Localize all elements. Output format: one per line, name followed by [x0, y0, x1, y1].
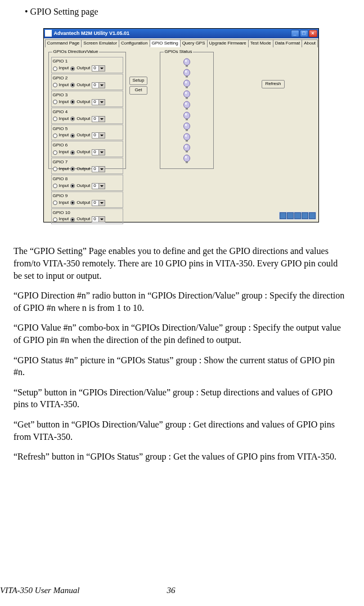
value-combo[interactable]: 0: [92, 200, 105, 206]
value-combo[interactable]: 0: [92, 149, 105, 155]
radio-output[interactable]: [70, 117, 75, 121]
radio-output-label: Output: [77, 65, 90, 72]
gpio-label: GPIO 8: [53, 176, 122, 182]
svg-rect-11: [186, 97, 188, 99]
chevron-down-icon: [98, 184, 105, 189]
value-combo[interactable]: 0: [92, 166, 105, 172]
chevron-down-icon: [98, 117, 105, 122]
svg-point-1: [185, 60, 187, 62]
svg-point-27: [183, 155, 190, 162]
radio-input-label: Input: [59, 149, 69, 155]
radio-input[interactable]: [53, 66, 57, 71]
radio-output[interactable]: [70, 133, 75, 138]
radio-input[interactable]: [53, 83, 57, 87]
gpio-label: GPIO 7: [53, 159, 122, 166]
svg-point-13: [185, 103, 187, 105]
radio-input-label: Input: [59, 65, 69, 72]
minimize-button[interactable]: _: [291, 30, 299, 37]
tab-data-format[interactable]: Data Format: [273, 39, 302, 48]
radio-output[interactable]: [70, 66, 75, 71]
side-buttons: Setup Get: [129, 77, 148, 95]
section-heading: • GPIO Setting page: [25, 6, 348, 18]
svg-point-4: [185, 70, 187, 73]
gpio-label: GPIO 6: [53, 142, 122, 149]
tab-command-page[interactable]: Command Page: [45, 39, 82, 48]
paragraph: “Setup” button in “GPIOs Direction/Value…: [14, 386, 348, 411]
titlebar: Advantech M2M Utility V1.05.01 _ □ ×: [44, 29, 318, 38]
tab-screen-emulator[interactable]: Screen Emulator: [81, 39, 119, 48]
chevron-down-icon: [98, 200, 105, 206]
chevron-down-icon: [98, 150, 105, 155]
radio-input[interactable]: [53, 133, 57, 138]
radio-input[interactable]: [53, 184, 57, 188]
radio-input-label: Input: [59, 200, 69, 206]
tab-configuration[interactable]: Configuration: [119, 39, 150, 48]
get-button[interactable]: Get: [129, 86, 148, 95]
svg-point-28: [185, 156, 187, 158]
radio-input[interactable]: [53, 200, 57, 205]
tab-about[interactable]: About: [302, 39, 318, 48]
gpio-row: GPIO 2InputOutput0: [51, 74, 123, 90]
svg-point-16: [185, 113, 187, 115]
value-combo[interactable]: 0: [92, 132, 105, 139]
svg-rect-17: [186, 119, 188, 121]
refresh-button[interactable]: Refresh: [262, 80, 284, 88]
radio-output[interactable]: [70, 184, 75, 188]
svg-point-19: [185, 124, 187, 126]
radio-output-label: Output: [77, 183, 90, 189]
tray-icon: [280, 212, 286, 219]
status-bulb-icon: [183, 112, 191, 122]
value-combo[interactable]: 0: [92, 99, 105, 105]
setup-button[interactable]: Setup: [129, 77, 148, 85]
footer-manual-name: VITA-350 User Manual: [0, 585, 79, 596]
paragraph: “GPIO Status #n” picture in “GPIOs Statu…: [14, 354, 348, 378]
radio-input-label: Input: [59, 99, 69, 105]
radio-output[interactable]: [70, 217, 75, 222]
chevron-down-icon: [98, 167, 105, 172]
radio-output-label: Output: [77, 149, 90, 155]
value-combo[interactable]: 0: [92, 65, 105, 72]
close-button[interactable]: ×: [309, 30, 317, 37]
tab-test-mode[interactable]: Test Mode: [248, 39, 273, 48]
radio-output-label: Output: [77, 132, 90, 139]
radio-input[interactable]: [53, 117, 57, 121]
gpio-label: GPIO 2: [53, 75, 122, 82]
tab-query-gps[interactable]: Query GPS: [180, 39, 208, 48]
svg-rect-14: [186, 108, 188, 110]
paragraph: “Get” button in “GPIOs Direction/Value” …: [14, 418, 348, 443]
radio-input[interactable]: [53, 100, 57, 104]
radio-output[interactable]: [70, 100, 75, 104]
gpio-label: GPIO 5: [53, 126, 122, 132]
gpio-row: GPIO 1InputOutput0: [51, 57, 123, 73]
radio-output[interactable]: [70, 150, 75, 155]
radio-output[interactable]: [70, 167, 75, 171]
gpio-label: GPIO 9: [53, 193, 122, 199]
gpio-label: GPIO 10: [53, 210, 122, 216]
tab-bar: Command Page Screen Emulator Configurati…: [44, 38, 318, 48]
svg-point-22: [185, 135, 187, 137]
tab-upgrade-firmware[interactable]: Upgrade Firmware: [207, 39, 249, 48]
svg-rect-5: [186, 76, 188, 78]
tab-gpio-setting[interactable]: GPIO Setting: [150, 39, 181, 48]
chevron-down-icon: [98, 217, 105, 222]
paragraph: “GPIO Value #n” combo-box in “GPIOs Dire…: [14, 322, 348, 346]
gpio-row: GPIO 5InputOutput0: [51, 124, 123, 141]
svg-point-24: [183, 144, 190, 151]
radio-output[interactable]: [70, 200, 75, 205]
radio-input[interactable]: [53, 217, 57, 222]
value-combo[interactable]: 0: [92, 183, 105, 189]
app-icon: [45, 30, 52, 37]
group-status-title: GPIOs Status: [164, 49, 194, 55]
tray-icon: [294, 212, 301, 219]
value-combo[interactable]: 0: [92, 116, 105, 122]
radio-output-label: Output: [77, 116, 90, 122]
group-direction-title: GPIOs Direction/Value: [52, 49, 100, 55]
value-combo[interactable]: 0: [92, 216, 105, 222]
svg-rect-23: [186, 140, 188, 142]
gpio-row: GPIO 4InputOutput0: [51, 108, 123, 124]
radio-input[interactable]: [53, 150, 57, 155]
radio-output[interactable]: [70, 83, 75, 87]
maximize-button[interactable]: □: [300, 30, 308, 37]
value-combo[interactable]: 0: [92, 82, 105, 88]
radio-input[interactable]: [53, 167, 57, 171]
